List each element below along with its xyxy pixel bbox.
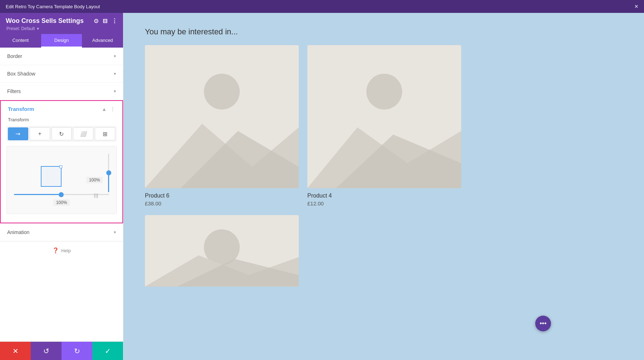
panel-icons: ⊙ ⊟ ⋮ xyxy=(94,18,117,24)
move-icon: ↗ xyxy=(14,130,23,138)
title-bar: Edit Retro Toy Camera Template Body Layo… xyxy=(0,0,644,13)
placeholder-img-2 xyxy=(145,215,299,287)
locate-icon[interactable]: ⊙ xyxy=(94,18,98,24)
transform-header: Transform ▲ ⋮ xyxy=(1,101,122,117)
filters-section-header[interactable]: Filters ▾ xyxy=(0,83,123,100)
vertical-slider-track xyxy=(108,154,109,192)
save-button[interactable]: ✓ xyxy=(92,342,123,360)
vertical-slider-value: 100% xyxy=(86,177,103,183)
animation-section-header[interactable]: Animation ▾ xyxy=(0,223,123,241)
product-card-2 xyxy=(145,215,299,291)
help-section: ❓ Help xyxy=(0,241,123,259)
vertical-slider-fill xyxy=(108,173,109,192)
transform-tool-skew[interactable]: ⬜ xyxy=(73,127,93,140)
preset-selector[interactable]: Preset: Default ▾ xyxy=(6,25,117,34)
placeholder-img-1 xyxy=(307,45,461,188)
help-circle-icon: ❓ xyxy=(52,247,59,254)
filters-label: Filters xyxy=(7,88,21,94)
bottom-toolbar: ✕ ↺ ↻ ✓ xyxy=(0,341,123,360)
transform-box-handle[interactable] xyxy=(59,165,62,168)
preview-area: You may be interested in... Product 6 £3… xyxy=(123,13,644,360)
placeholder-img-0 xyxy=(145,45,299,188)
transform-header-icons: ▲ ⋮ xyxy=(102,106,115,112)
preview-heading: You may be interested in... xyxy=(145,27,623,37)
more-icon[interactable]: ⋮ xyxy=(112,18,117,24)
tab-content[interactable]: Content xyxy=(0,34,41,48)
horizontal-slider-thumb[interactable] xyxy=(59,192,64,197)
product-card-0: Product 6 £38.00 xyxy=(145,45,299,206)
skew-icon: ⬜ xyxy=(80,131,86,137)
cancel-icon: ✕ xyxy=(13,347,19,355)
transform-title: Transform xyxy=(8,106,34,112)
redo-icon: ↻ xyxy=(74,347,80,355)
placeholder-circle-0 xyxy=(204,74,240,110)
vertical-slider-thumb[interactable] xyxy=(106,170,111,175)
product-name-1: Product 4 xyxy=(307,193,461,199)
save-icon: ✓ xyxy=(105,347,111,355)
transform-tool-scale[interactable]: ⊞ xyxy=(95,127,115,140)
product-price-1: £12.00 xyxy=(307,200,461,206)
product-name-0: Product 6 xyxy=(145,193,299,199)
placeholder-mountain-1 xyxy=(307,110,461,188)
sidebar-tabs: Content Design Advanced xyxy=(0,34,123,48)
columns-icon[interactable]: ⊟ xyxy=(103,18,107,24)
cancel-button[interactable]: ✕ xyxy=(0,342,31,360)
help-button[interactable]: ❓ Help xyxy=(52,247,71,254)
sidebar-header: Woo Cross Sells Settings ⊙ ⊟ ⋮ Preset: D… xyxy=(0,13,123,34)
tab-design[interactable]: Design xyxy=(41,34,82,48)
transform-tools: ↗ + ↻ ⬜ ⊞ xyxy=(6,126,117,142)
placeholder-mountain-0 xyxy=(145,110,299,188)
box-shadow-label: Box Shadow xyxy=(7,71,35,77)
transform-more-icon[interactable]: ⋮ xyxy=(110,106,115,112)
products-grid: Product 6 £38.00 Product 4 £12.00 xyxy=(145,45,623,291)
product-price-0: £38.00 xyxy=(145,200,299,206)
box-shadow-chevron-icon: ▾ xyxy=(114,71,116,76)
plus-icon: + xyxy=(38,131,42,137)
sidebar-content: Border ▾ Box Shadow ▾ Filters ▾ Transfor… xyxy=(0,48,123,341)
transform-section: Transform ▲ ⋮ Transform ↗ + xyxy=(0,100,123,223)
transform-tool-add[interactable]: + xyxy=(30,127,50,140)
panel-title: Woo Cross Sells Settings xyxy=(6,17,84,25)
border-section-header[interactable]: Border ▾ xyxy=(0,48,123,65)
box-shadow-section-header[interactable]: Box Shadow ▾ xyxy=(0,65,123,83)
horizontal-slider-fill xyxy=(14,194,62,195)
transform-tool-rotate[interactable]: ↻ xyxy=(52,127,72,140)
transform-box xyxy=(41,166,62,187)
border-chevron-icon: ▾ xyxy=(114,54,116,59)
sidebar: Woo Cross Sells Settings ⊙ ⊟ ⋮ Preset: D… xyxy=(0,13,123,360)
transform-canvas: 100% ⛓ 100% xyxy=(6,146,117,214)
transform-tool-move[interactable]: ↗ xyxy=(8,127,28,140)
link-sliders-icon[interactable]: ⛓ xyxy=(93,193,98,199)
animation-label: Animation xyxy=(7,229,29,235)
animation-chevron-icon: ▾ xyxy=(114,230,116,235)
transform-collapse-icon[interactable]: ▲ xyxy=(102,106,107,112)
placeholder-mountain-2 xyxy=(145,247,299,287)
transform-label: Transform xyxy=(6,117,117,122)
horizontal-slider-value: 100% xyxy=(53,199,70,206)
window-title: Edit Retro Toy Camera Template Body Layo… xyxy=(6,4,100,9)
close-button[interactable]: × xyxy=(634,3,638,10)
reset-icon: ↺ xyxy=(43,347,49,355)
border-label: Border xyxy=(7,53,22,59)
product-image-1 xyxy=(307,45,461,188)
product-image-0 xyxy=(145,45,299,188)
filters-chevron-icon: ▾ xyxy=(114,89,116,94)
transform-content: Transform ↗ + ↻ ⬜ xyxy=(1,117,122,223)
scale-icon: ⊞ xyxy=(103,131,107,137)
placeholder-circle-1 xyxy=(366,74,402,110)
floating-dots-button[interactable]: ••• xyxy=(535,316,551,331)
product-card-1: Product 4 £12.00 xyxy=(307,45,461,206)
sidebar-title-bar: Woo Cross Sells Settings ⊙ ⊟ ⋮ xyxy=(6,17,117,25)
product-image-2 xyxy=(145,215,299,287)
redo-button[interactable]: ↻ xyxy=(62,342,92,360)
tab-advanced[interactable]: Advanced xyxy=(82,34,123,48)
rotate-icon: ↻ xyxy=(59,131,64,137)
reset-button[interactable]: ↺ xyxy=(31,342,62,360)
